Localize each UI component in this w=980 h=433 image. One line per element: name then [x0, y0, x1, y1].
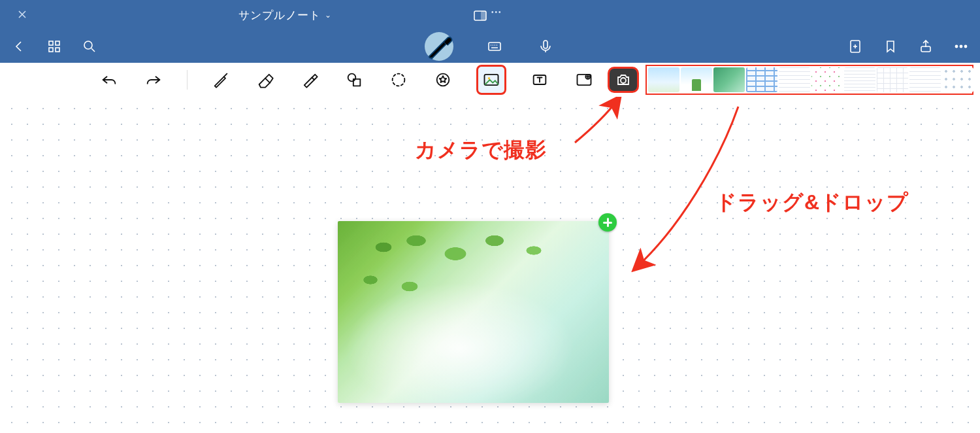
thumbnail-item[interactable] — [811, 67, 843, 92]
eraser-tool[interactable] — [254, 69, 276, 91]
pen-tool[interactable] — [210, 69, 232, 91]
camera-capture-button[interactable] — [608, 67, 639, 93]
split-view-icon[interactable] — [472, 8, 488, 24]
draw-mode-button[interactable] — [425, 32, 453, 61]
back-button[interactable] — [9, 37, 29, 56]
svg-rect-10 — [921, 46, 930, 52]
document-title-dropdown[interactable]: サンプルノート ⌄ — [238, 8, 332, 23]
svg-rect-1 — [481, 11, 486, 20]
close-tab-button[interactable] — [17, 9, 27, 20]
bookmark-button[interactable] — [881, 37, 900, 56]
svg-rect-8 — [544, 41, 547, 48]
svg-rect-2 — [49, 41, 53, 45]
svg-point-25 — [621, 78, 626, 83]
keyboard-button[interactable] — [485, 37, 504, 56]
shapes-tool[interactable] — [343, 69, 365, 91]
svg-rect-4 — [49, 48, 53, 52]
lasso-tool[interactable] — [387, 69, 410, 91]
title-bar: サンプルノート ⌄ ••• — [0, 0, 980, 30]
chevron-down-icon: ⌄ — [325, 10, 332, 20]
share-button[interactable] — [916, 37, 936, 56]
svg-rect-21 — [578, 74, 591, 84]
text-tool[interactable] — [529, 69, 551, 91]
thumbnail-item[interactable] — [648, 67, 679, 92]
sticker-tool[interactable] — [573, 69, 595, 91]
undo-button[interactable] — [98, 69, 120, 91]
main-toolbar — [0, 30, 980, 63]
svg-point-12 — [960, 45, 962, 47]
thumbnail-item[interactable] — [779, 67, 810, 92]
insert-image-tool[interactable] — [476, 65, 506, 95]
add-image-badge[interactable] — [598, 213, 617, 232]
svg-rect-5 — [56, 48, 59, 52]
apps-grid-button[interactable] — [44, 37, 64, 56]
svg-rect-7 — [489, 43, 500, 50]
edit-toolbar — [0, 63, 980, 97]
thumbnail-item[interactable] — [844, 67, 875, 92]
thumbnail-item[interactable] — [681, 67, 712, 92]
thumbnail-item[interactable] — [746, 67, 777, 92]
note-canvas[interactable]: カメラで撮影 ドラッグ&ドロップ — [0, 97, 980, 433]
svg-point-13 — [964, 45, 966, 47]
svg-rect-3 — [56, 41, 59, 45]
svg-point-16 — [393, 73, 405, 86]
search-button[interactable] — [80, 37, 99, 56]
highlighter-tool[interactable] — [299, 69, 321, 91]
svg-point-19 — [488, 77, 491, 79]
thumbnail-item[interactable] — [942, 67, 973, 92]
add-page-button[interactable] — [845, 37, 865, 56]
svg-point-11 — [955, 45, 957, 47]
document-title-label: サンプルノート — [238, 8, 321, 23]
photo-thumbnail-strip[interactable] — [645, 65, 973, 95]
mic-button[interactable] — [536, 37, 555, 56]
annotation-camera-label: カメラで撮影 — [415, 136, 547, 165]
redo-button[interactable] — [142, 69, 165, 91]
svg-point-6 — [84, 41, 92, 49]
annotation-dragdrop-label: ドラッグ&ドロップ — [715, 188, 909, 217]
inserted-image-content — [338, 221, 609, 403]
multitasking-dots-icon[interactable]: ••• — [491, 9, 502, 16]
more-button[interactable] — [951, 37, 971, 56]
inserted-image[interactable] — [338, 221, 609, 403]
stamp-tool[interactable] — [432, 69, 454, 91]
thumbnail-item[interactable] — [909, 67, 941, 92]
thumbnail-item[interactable] — [713, 67, 745, 92]
thumbnail-item[interactable] — [877, 67, 908, 92]
svg-point-14 — [348, 73, 356, 81]
